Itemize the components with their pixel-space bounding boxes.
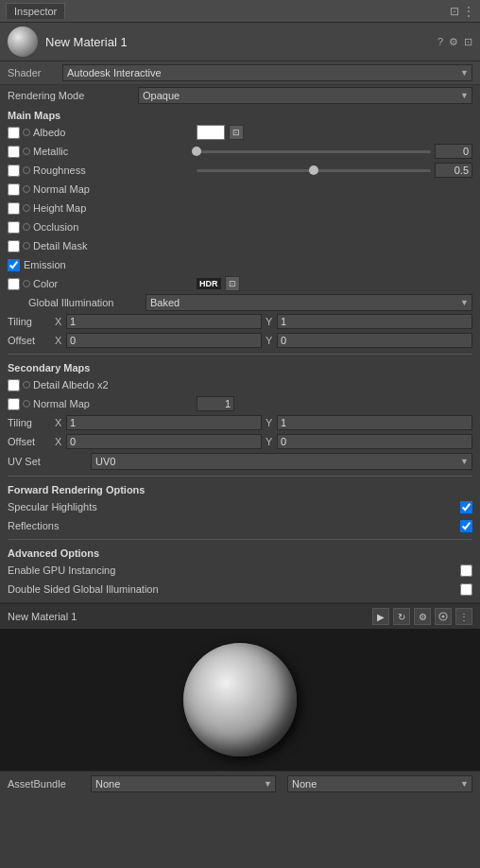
main-tiling-x-input[interactable]	[66, 314, 262, 329]
settings-icon[interactable]: ⚙	[449, 36, 458, 48]
preview-header: New Material 1 ▶ ↻ ⚙ ⋮	[0, 604, 480, 629]
main-offset-row: Offset X Y	[0, 331, 480, 350]
albedo-row: Albedo ⊡	[0, 123, 480, 142]
detail-mask-checkbox[interactable]	[8, 240, 20, 252]
height-map-row: Height Map	[0, 199, 480, 217]
reflections-checkbox[interactable]	[460, 520, 472, 532]
metallic-checkbox[interactable]	[8, 146, 20, 158]
specular-row: Specular Highlights	[0, 497, 480, 516]
albedo-label: Albedo	[33, 127, 65, 138]
secondary-normal-value[interactable]	[197, 396, 234, 411]
metallic-slider-track	[197, 150, 431, 153]
main-offset-y-input[interactable]	[277, 333, 472, 348]
specular-checkbox[interactable]	[460, 501, 472, 513]
roughness-label: Roughness	[33, 165, 86, 176]
metallic-right	[197, 144, 472, 159]
lock-icon[interactable]: ⊡	[450, 5, 459, 18]
gi-select[interactable]: Baked	[146, 294, 472, 311]
main-offset-label: Offset	[8, 335, 55, 346]
main-offset-x-axis: X	[55, 335, 64, 346]
assetbundle-variant-select[interactable]: None	[287, 775, 472, 792]
secondary-tiling-fields: X Y	[55, 415, 472, 430]
detail-albedo-circle-icon	[23, 381, 30, 389]
secondary-tiling-y-input[interactable]	[277, 415, 472, 430]
secondary-normal-checkbox[interactable]	[8, 398, 20, 410]
gi-dropdown-wrapper[interactable]: Baked ▼	[146, 294, 472, 311]
detail-mask-label: Detail Mask	[33, 240, 87, 252]
emission-color-select-btn[interactable]: ⊡	[225, 276, 240, 291]
preview-sphere	[183, 643, 297, 756]
uvset-dropdown-wrapper[interactable]: UV0 ▼	[91, 453, 472, 470]
gpu-instancing-label: Enable GPU Instancing	[8, 564, 456, 576]
preview-more-btn[interactable]: ⋮	[455, 608, 472, 625]
rendering-mode-dropdown-wrapper[interactable]: Opaque ▼	[138, 87, 472, 104]
assetbundle-label: AssetBundle	[8, 778, 83, 790]
more-icon[interactable]: ⋮	[463, 5, 474, 18]
detail-mask-row: Detail Mask	[0, 236, 480, 255]
secondary-offset-x-input[interactable]	[66, 434, 262, 449]
svg-point-1	[442, 616, 445, 618]
roughness-value-input[interactable]	[435, 163, 472, 178]
inspector-tab[interactable]: Inspector	[6, 3, 65, 19]
preview-icons: ▶ ↻ ⚙ ⋮	[372, 608, 472, 625]
albedo-checkbox[interactable]	[8, 127, 20, 139]
preview-title: New Material 1	[8, 611, 365, 622]
uvset-select[interactable]: UV0	[91, 453, 472, 470]
secondary-maps-heading: Secondary Maps	[0, 358, 480, 375]
uvset-label: UV Set	[8, 456, 83, 467]
metallic-slider-wrapper[interactable]	[197, 145, 431, 158]
detail-albedo-row: Detail Albedo x2	[0, 375, 480, 394]
double-sided-gi-label: Double Sided Global Illumination	[8, 583, 456, 595]
roughness-slider-thumb[interactable]	[309, 165, 318, 175]
main-offset-x-input[interactable]	[66, 333, 262, 348]
preview-play-btn[interactable]: ▶	[372, 608, 389, 625]
gpu-instancing-checkbox[interactable]	[460, 564, 472, 577]
occlusion-checkbox[interactable]	[8, 221, 20, 234]
roughness-checkbox[interactable]	[8, 165, 20, 177]
preview-refresh-btn[interactable]: ↻	[393, 608, 410, 625]
secondary-offset-y-input[interactable]	[277, 434, 472, 449]
double-sided-gi-checkbox[interactable]	[460, 583, 472, 596]
secondary-tiling-y-field: Y	[266, 415, 472, 430]
occlusion-label: Occlusion	[33, 221, 78, 233]
shader-label: Shader	[8, 67, 55, 78]
emission-checkbox[interactable]	[8, 259, 20, 271]
hdr-button[interactable]: HDR	[197, 278, 221, 289]
albedo-select-btn[interactable]: ⊡	[229, 125, 244, 140]
help-icon[interactable]: ?	[437, 36, 443, 48]
detail-albedo-checkbox[interactable]	[8, 379, 20, 391]
metallic-slider-thumb[interactable]	[192, 147, 201, 156]
emission-color-left: Color	[8, 278, 197, 290]
normal-map-checkbox[interactable]	[8, 183, 20, 196]
material-header-icons: ? ⚙ ⊡	[437, 36, 472, 48]
height-map-checkbox[interactable]	[8, 202, 20, 215]
main-tiling-y-input[interactable]	[277, 314, 472, 329]
rendering-mode-label: Rendering Mode	[8, 90, 130, 101]
rendering-mode-row: Rendering Mode Opaque ▼	[0, 85, 480, 106]
metallic-value-input[interactable]	[435, 144, 472, 159]
divider-2	[8, 476, 472, 477]
gi-row: Global Illumination Baked ▼	[0, 293, 480, 312]
shader-dropdown-wrapper[interactable]: Autodesk Interactive ▼	[62, 64, 472, 81]
emission-color-checkbox[interactable]	[8, 278, 20, 290]
roughness-slider-wrapper[interactable]	[197, 164, 431, 177]
shader-select[interactable]: Autodesk Interactive	[62, 64, 472, 81]
detail-mask-left: Detail Mask	[8, 240, 197, 252]
main-offset-x-field: X	[55, 333, 262, 348]
assetbundle-dropdown-wrapper[interactable]: None ▼	[91, 775, 276, 792]
albedo-color-swatch[interactable]	[197, 125, 225, 140]
secondary-tiling-x-input[interactable]	[66, 415, 262, 430]
occlusion-row: Occlusion	[0, 217, 480, 236]
secondary-offset-x-axis: X	[55, 436, 64, 447]
inspector-scroll-area[interactable]: Rendering Mode Opaque ▼ Main Maps Albedo…	[0, 85, 480, 599]
preview-settings-btn[interactable]: ⚙	[414, 608, 431, 625]
detail-albedo-left: Detail Albedo x2	[8, 379, 197, 391]
preview-view-btn[interactable]	[435, 608, 452, 625]
divider-3	[8, 539, 472, 540]
rendering-mode-select[interactable]: Opaque	[138, 87, 472, 104]
secondary-tiling-row: Tiling X Y	[0, 413, 480, 432]
select-icon[interactable]: ⊡	[464, 36, 472, 48]
main-tiling-y-field: Y	[266, 314, 472, 329]
assetbundle-variant-wrapper[interactable]: None ▼	[287, 775, 472, 792]
assetbundle-select[interactable]: None	[91, 775, 276, 792]
